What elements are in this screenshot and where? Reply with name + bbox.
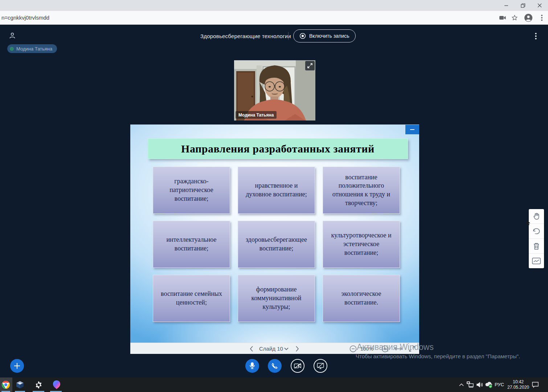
tray-chevron-up-icon[interactable] xyxy=(457,381,465,389)
camera-off-icon xyxy=(294,363,301,369)
windows-taskbar: РУС 10:42 27.05.2020 xyxy=(0,377,548,392)
tray-time: 10:42 xyxy=(507,379,530,385)
camera-off-button[interactable] xyxy=(291,359,304,373)
tray-cloud-sync-icon[interactable] xyxy=(485,381,493,389)
slide-box-6: культуротворческое и эстетическое воспит… xyxy=(323,221,400,268)
slide-box-9: экологическое воспитание. xyxy=(323,275,400,322)
taskbar-app-button[interactable] xyxy=(49,377,65,392)
browser-menu-icon[interactable] xyxy=(538,14,546,22)
undo-icon xyxy=(532,228,540,235)
browser-addressbar: n=cgnkkvj0trvlsmdd xyxy=(0,11,548,25)
meeting-title: Здоровьесберегающие технологии xyxy=(200,33,291,39)
microphone-icon xyxy=(249,362,255,369)
add-button[interactable] xyxy=(10,359,24,373)
browser-profile-avatar[interactable] xyxy=(524,14,532,22)
record-icon xyxy=(299,33,306,39)
participant-video: Модина Татьяна xyxy=(234,60,315,121)
record-button[interactable]: Включить запись xyxy=(293,29,356,42)
header-separator xyxy=(288,32,289,40)
line-chart-icon xyxy=(532,257,541,265)
slide-minimize-button[interactable] xyxy=(405,125,419,134)
tab-camera-icon[interactable] xyxy=(499,14,507,22)
tray-language-indicator[interactable]: РУС xyxy=(492,382,507,387)
slide-box-2: нравственное и духовное воспитание; xyxy=(238,167,315,214)
hand-tool-button[interactable] xyxy=(529,209,544,224)
tray-date: 27.05.2020 xyxy=(507,385,530,390)
windows-activation-subtitle: Чтобы активировать Windows, перейдите в … xyxy=(356,353,520,359)
microphone-button[interactable] xyxy=(245,359,259,373)
colorful-pin-app-icon xyxy=(53,380,60,389)
windows-activation-watermark: Активация Windows xyxy=(357,342,434,352)
record-button-label: Включить запись xyxy=(309,33,349,39)
slide-title-box: Направления разработанных занятий xyxy=(148,138,408,159)
taskbar-virtualbox-button[interactable] xyxy=(12,377,28,392)
hand-icon xyxy=(532,212,540,220)
presentation-slide: Направления разработанных занятий гражда… xyxy=(130,124,419,354)
annotation-toolbar xyxy=(529,209,544,268)
plus-icon xyxy=(14,363,20,369)
slide-title: Направления разработанных занятий xyxy=(181,143,375,155)
online-status-dot xyxy=(10,47,14,51)
trash-icon xyxy=(533,242,540,250)
slide-dropdown-chevron-icon[interactable] xyxy=(282,344,291,353)
chart-tool-button[interactable] xyxy=(529,254,544,268)
participant-badge[interactable]: Модина Татьяна xyxy=(7,44,57,53)
undo-button[interactable] xyxy=(529,224,544,239)
slide-nav-label[interactable]: Слайд 10 xyxy=(259,346,283,352)
window-titlebar xyxy=(0,0,548,11)
virtualbox-icon xyxy=(16,380,24,389)
tray-clock[interactable]: 10:42 27.05.2020 xyxy=(507,379,530,390)
tray-network-icon[interactable] xyxy=(466,381,474,389)
next-slide-icon[interactable] xyxy=(293,344,302,353)
bookmark-star-icon[interactable] xyxy=(511,14,519,22)
slide-box-4: интеллектуальное воспитание; xyxy=(153,221,230,268)
window-minimize-button[interactable] xyxy=(498,0,515,11)
slide-box-5: здоровьесберегающее воспитание; xyxy=(238,221,315,268)
participants-icon[interactable] xyxy=(9,32,16,39)
settings-gear-icon xyxy=(34,381,43,389)
slide-box-8: формирование коммуникативной культуры; xyxy=(238,275,315,322)
clear-annotations-button[interactable] xyxy=(529,239,544,254)
video-expand-icon[interactable] xyxy=(305,61,315,70)
tray-volume-icon[interactable] xyxy=(476,381,484,389)
window-restore-button[interactable] xyxy=(515,0,531,11)
tray-notifications-icon[interactable] xyxy=(531,381,539,389)
slide-box-7: воспитание семейных ценностей; xyxy=(153,275,230,322)
meeting-menu-icon[interactable] xyxy=(535,33,537,40)
video-name-label: Модина Татьяна xyxy=(236,111,277,119)
call-button[interactable] xyxy=(268,359,282,373)
slide-box-1: гражданско-патриотическое воспитание; xyxy=(153,167,230,214)
chrome-icon xyxy=(1,380,10,389)
screen-share-off-button[interactable] xyxy=(314,359,327,373)
window-close-button[interactable] xyxy=(531,0,548,11)
taskbar-settings-button[interactable] xyxy=(30,377,46,392)
phone-icon xyxy=(271,363,278,369)
prev-slide-icon[interactable] xyxy=(247,344,256,353)
zoom-out-icon[interactable] xyxy=(349,344,357,353)
slide-box-3: воспитание положительного отношения к тр… xyxy=(323,167,400,214)
url-text[interactable]: n=cgnkkvj0trvlsmdd xyxy=(1,15,49,21)
participant-name: Модина Татьяна xyxy=(16,46,52,52)
screen-share-off-icon xyxy=(317,363,324,369)
